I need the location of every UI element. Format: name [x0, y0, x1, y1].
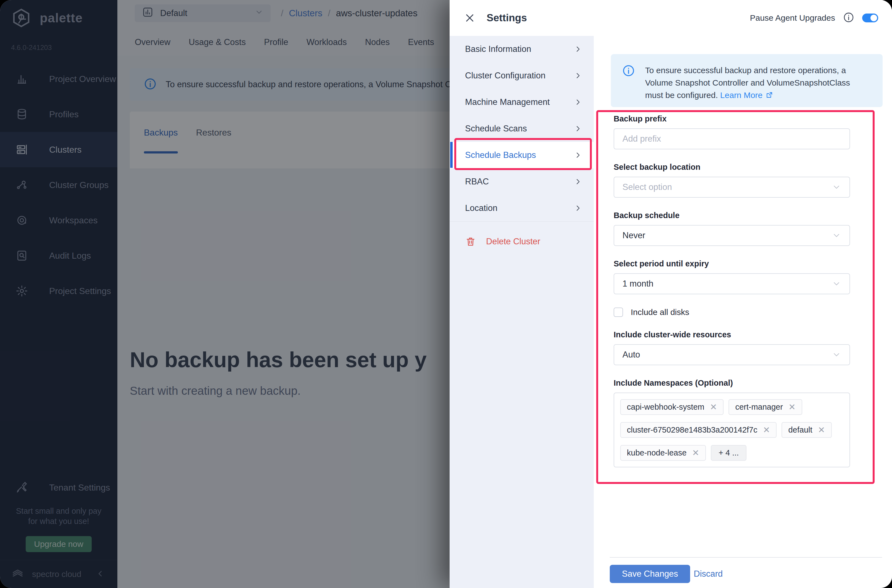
chevron-down-icon	[832, 279, 841, 288]
chevron-right-icon	[574, 177, 582, 186]
chevron-right-icon	[574, 204, 582, 212]
settings-nav-basic-information[interactable]: Basic Information	[450, 36, 594, 62]
settings-nav-label: RBAC	[465, 177, 489, 187]
external-link-icon	[763, 90, 773, 100]
settings-drawer: Settings Pause Agent Upgrades Basic Info…	[450, 0, 892, 588]
backup-schedule-label: Backup schedule	[614, 211, 850, 220]
pause-agent-upgrades-label: Pause Agent Upgrades	[750, 13, 835, 22]
namespace-tag: default ✕	[782, 422, 832, 438]
trash-icon	[465, 236, 476, 247]
pause-agent-upgrades-control: Pause Agent Upgrades	[750, 12, 878, 24]
settings-nav-label: Cluster Configuration	[465, 70, 545, 81]
remove-tag-icon[interactable]: ✕	[788, 403, 796, 411]
namespaces-tag-input[interactable]: capi-webhook-system ✕ cert-manager ✕ clu…	[614, 393, 850, 467]
remove-tag-icon[interactable]: ✕	[763, 426, 770, 434]
settings-nav-location[interactable]: Location	[450, 195, 594, 221]
discard-button[interactable]: Discard	[694, 565, 723, 583]
backup-prefix-label: Backup prefix	[614, 114, 850, 123]
namespace-tag-label: cert-manager	[735, 402, 782, 412]
namespace-tag-label: kube-node-lease	[627, 448, 686, 458]
backup-schedule-value: Never	[622, 231, 646, 240]
active-nav-indicator	[450, 142, 453, 168]
namespace-tag: capi-webhook-system ✕	[620, 399, 724, 415]
include-all-disks-row: Include all disks	[614, 308, 850, 317]
settings-nav-schedule-backups[interactable]: Schedule Backups	[450, 142, 594, 168]
footer-divider	[610, 557, 882, 558]
chevron-right-icon	[574, 124, 582, 133]
more-namespaces-chip[interactable]: + 4 ...	[711, 445, 746, 461]
save-changes-button[interactable]: Save Changes	[610, 565, 690, 583]
settings-header: Settings Pause Agent Upgrades	[450, 0, 892, 36]
chevron-right-icon	[574, 72, 582, 80]
settings-nav-label: Location	[465, 203, 497, 213]
settings-title: Settings	[487, 12, 527, 24]
cluster-wide-label: Include cluster-wide resources	[614, 330, 850, 339]
drawer-banner-text: To ensure successful backup and restore …	[645, 64, 866, 97]
include-all-disks-label: Include all disks	[631, 308, 689, 317]
cluster-wide-select[interactable]: Auto	[614, 344, 850, 365]
settings-nav: Basic Information Cluster Configuration …	[450, 36, 594, 588]
backup-location-select[interactable]: Select option	[614, 177, 850, 198]
chevron-right-icon	[574, 98, 582, 106]
expiry-value: 1 month	[622, 279, 653, 289]
expiry-label: Select period until expiry	[614, 259, 850, 268]
close-icon[interactable]	[464, 12, 476, 24]
remove-tag-icon[interactable]: ✕	[692, 448, 699, 457]
info-icon[interactable]	[843, 12, 854, 24]
namespace-tag: cluster-6750298e1483b3a200142f7c ✕	[620, 422, 776, 438]
namespace-tag-label: cluster-6750298e1483b3a200142f7c	[627, 425, 757, 435]
namespace-tag-label: default	[788, 425, 812, 435]
chevron-down-icon	[832, 350, 841, 359]
settings-nav-label: Basic Information	[465, 44, 531, 54]
namespace-tag: cert-manager ✕	[728, 399, 802, 415]
namespaces-label: Include Namespaces (Optional)	[614, 378, 850, 388]
backup-schedule-select[interactable]: Never	[614, 225, 850, 246]
delete-cluster-button[interactable]: Delete Cluster	[450, 229, 594, 254]
backup-form: Backup prefix Select backup location Sel…	[614, 114, 850, 467]
backup-prefix-field-wrap	[614, 128, 850, 149]
chevron-down-icon	[832, 183, 841, 192]
modal-dim-overlay	[0, 0, 450, 588]
chevron-down-icon	[832, 231, 841, 240]
namespace-tag-label: capi-webhook-system	[627, 402, 704, 412]
settings-nav-label: Machine Management	[465, 97, 550, 107]
chevron-right-icon	[574, 45, 582, 53]
remove-tag-icon[interactable]: ✕	[710, 403, 717, 411]
include-all-disks-checkbox[interactable]	[614, 308, 623, 317]
backup-location-placeholder: Select option	[622, 182, 672, 192]
settings-nav-label: Schedule Backups	[465, 150, 536, 160]
backup-prefix-input[interactable]	[622, 134, 841, 144]
delete-cluster-label: Delete Cluster	[486, 237, 540, 246]
pause-agent-upgrades-toggle[interactable]	[862, 14, 878, 22]
settings-nav-rbac[interactable]: RBAC	[450, 168, 594, 195]
settings-nav-machine-management[interactable]: Machine Management	[450, 89, 594, 116]
remove-tag-icon[interactable]: ✕	[818, 426, 825, 434]
app-window: palette 4.6.0-241203 Project Overview Pr…	[0, 0, 892, 588]
chevron-right-icon	[574, 151, 582, 159]
settings-nav-schedule-scans[interactable]: Schedule Scans	[450, 116, 594, 142]
learn-more-link[interactable]: Learn More	[720, 90, 763, 100]
nav-divider	[450, 221, 594, 222]
cluster-wide-value: Auto	[622, 350, 640, 360]
backup-location-label: Select backup location	[614, 163, 850, 172]
info-icon	[622, 64, 635, 97]
settings-nav-cluster-configuration[interactable]: Cluster Configuration	[450, 62, 594, 89]
drawer-info-banner: To ensure successful backup and restore …	[611, 54, 883, 107]
expiry-select[interactable]: 1 month	[614, 273, 850, 294]
settings-nav-label: Schedule Scans	[465, 124, 527, 134]
namespace-tag: kube-node-lease ✕	[620, 445, 706, 461]
